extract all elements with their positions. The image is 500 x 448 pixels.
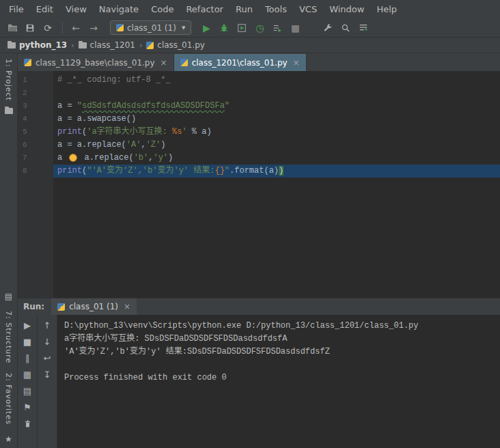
line-number: 5 — [18, 126, 53, 139]
forward-icon[interactable]: → — [85, 20, 102, 36]
menu-item-code[interactable]: Code — [145, 4, 180, 14]
console-line: 'A'变为'Z','b'变为'y' 结果:SDsDSFDaDSDSDFSFDSD… — [64, 346, 493, 359]
search-icon[interactable] — [337, 20, 354, 36]
breadcrumb-separator: › — [137, 41, 144, 50]
run-button[interactable]: ▶ — [198, 20, 214, 36]
menu-item-file[interactable]: File — [3, 4, 30, 14]
editor-tab[interactable]: class_1201\class_01.py× — [174, 54, 307, 71]
stop-button[interactable]: ■ — [20, 335, 34, 348]
code-text: print("'A'变为'Z','b'变为'y' 结果:{}".format(a… — [53, 165, 500, 178]
editor-tab[interactable]: class_1129_base\class_01.py× — [18, 54, 174, 71]
toolwindow-favorites-button[interactable]: 2: Favorites — [4, 373, 13, 425]
close-icon[interactable]: × — [124, 302, 130, 311]
code-text: a = a.swapcase() — [53, 113, 500, 126]
tab-label: class_1201\class_01.py — [192, 58, 288, 68]
code-editor[interactable]: 1# _*_ coding: utf-8 _*_23a = "sdSdsfdAd… — [18, 71, 500, 298]
code-text: a = "sdSdsfdAdsdsdfsfdsdASDSDFDSFa" — [53, 100, 500, 113]
restore-layout-button[interactable]: ▦ — [20, 367, 34, 381]
back-icon[interactable]: ← — [68, 20, 84, 36]
breadcrumb-item[interactable]: class_1201 — [77, 40, 137, 50]
code-line[interactable]: 7a a.replace('b','y') — [18, 152, 500, 165]
find-in-path-icon[interactable] — [355, 20, 372, 36]
code-text: a a.replace('b','y') — [53, 152, 500, 165]
code-line[interactable]: 2 — [18, 87, 500, 100]
open-folder-icon[interactable] — [4, 20, 20, 36]
pause-output-button[interactable]: ∥ — [20, 351, 34, 365]
python-file-icon — [24, 59, 31, 66]
debug-bug-button[interactable] — [216, 20, 232, 36]
pin-button[interactable]: ⚑ — [20, 400, 34, 414]
toolwindow-project-button[interactable]: 1: Project — [4, 59, 13, 101]
folder-icon — [8, 42, 16, 48]
settings-wrench-icon[interactable] — [320, 20, 336, 36]
down-stack-button[interactable]: ↓ — [40, 335, 54, 348]
run-anything-button[interactable] — [269, 20, 286, 36]
menu-item-refactor[interactable]: Refactor — [180, 4, 230, 14]
folder-icon — [79, 42, 87, 48]
code-text: a = a.replace('A','Z') — [53, 139, 500, 152]
code-text — [53, 87, 500, 100]
run-tab-label: class_01 (1) — [69, 302, 118, 311]
close-icon[interactable]: × — [293, 58, 300, 68]
soft-wrap-button[interactable]: ↩ — [40, 351, 54, 365]
stripe-bottom-group: ▤ 7: Structure 2: Favorites ★ — [4, 292, 13, 444]
menu-item-edit[interactable]: Edit — [30, 4, 59, 14]
structure-icon[interactable]: ▤ — [5, 292, 12, 301]
profiler-button[interactable]: ◷ — [251, 20, 268, 36]
python-file-icon — [180, 59, 188, 66]
menu-item-navigate[interactable]: Navigate — [93, 4, 145, 14]
breadcrumb-label: class_1201 — [90, 40, 135, 50]
line-number: 8 — [18, 165, 53, 178]
run-config-selector[interactable]: class_01 (1) ▼ — [110, 20, 191, 35]
breadcrumb-separator: › — [69, 41, 76, 50]
toolwindow-structure-button[interactable]: 7: Structure — [4, 311, 13, 363]
line-number: 2 — [18, 87, 53, 100]
save-all-icon[interactable] — [22, 20, 38, 36]
editor-tabbar: class_1129_base\class_01.py×class_1201\c… — [18, 53, 500, 71]
code-line[interactable]: 4a = a.swapcase() — [18, 113, 500, 126]
code-text: # _*_ coding: utf-8 _*_ — [53, 74, 500, 87]
up-stack-button[interactable]: ↑ — [40, 318, 54, 332]
run-label: Run: — [23, 302, 44, 311]
sync-icon[interactable]: ⟳ — [40, 20, 56, 36]
console-line: Process finished with exit code 0 — [64, 372, 493, 384]
code-line[interactable]: 3a = "sdSdsfdAdsdsdfsfdsdASDSDFDSFa" — [18, 100, 500, 113]
clear-trash-button[interactable] — [20, 417, 34, 430]
run-toolbar-right: ↑ ↓ ↩ ↧ — [38, 315, 57, 448]
console-output[interactable]: D:\python_13\venv\Scripts\python.exe D:/… — [57, 315, 500, 448]
favorites-star-icon[interactable]: ★ — [5, 434, 12, 444]
code-line[interactable]: 1# _*_ coding: utf-8 _*_ — [18, 74, 500, 87]
run-toolbar-left: ▶ ■ ∥ ▦ ▤ ⚑ — [18, 315, 38, 448]
project-icon[interactable] — [5, 108, 13, 114]
python-file-icon — [146, 42, 154, 49]
stop-button[interactable]: ■ — [287, 20, 303, 36]
menu-item-help[interactable]: Help — [370, 4, 403, 14]
coverage-button[interactable] — [234, 20, 250, 36]
close-icon[interactable]: × — [161, 58, 167, 68]
code-line[interactable]: 8print("'A'变为'Z','b'变为'y' 结果:{}".format(… — [18, 165, 500, 178]
breadcrumb: python_13›class_1201›class_01.py — [0, 38, 500, 53]
menu-item-vcs[interactable]: VCS — [293, 4, 323, 14]
print-button[interactable]: ▤ — [20, 384, 34, 397]
breadcrumb-label: class_01.py — [157, 40, 205, 50]
content-column: class_1129_base\class_01.py×class_1201\c… — [18, 53, 500, 448]
breadcrumb-item[interactable]: class_01.py — [144, 40, 207, 50]
python-file-icon — [116, 24, 124, 31]
line-number: 6 — [18, 139, 53, 152]
console-line: D:\python_13\venv\Scripts\python.exe D:/… — [64, 320, 493, 333]
rerun-button[interactable]: ▶ — [20, 318, 34, 332]
run-panel: Run: class_01 (1) × ▶ ■ ∥ ▦ ▤ ⚑ — [18, 298, 500, 448]
code-line[interactable]: 5print('a字符串大小写互换: %s' % a) — [18, 126, 500, 139]
menu-item-run[interactable]: Run — [230, 4, 259, 14]
scroll-to-end-button[interactable]: ↧ — [40, 367, 54, 381]
breadcrumb-label: python_13 — [19, 40, 67, 50]
run-tab[interactable]: class_01 (1) × — [51, 298, 137, 315]
menu-item-window[interactable]: Window — [323, 4, 370, 14]
run-config-label: class_01 (1) — [127, 23, 176, 33]
code-line[interactable]: 6a = a.replace('A','Z') — [18, 139, 500, 152]
console-line: a字符串大小写互换: SDsDSFDaDSDSDFSFDSDasdsdfdsfA — [64, 333, 493, 346]
menu-item-tools[interactable]: Tools — [259, 4, 293, 14]
menu-item-view[interactable]: View — [59, 4, 93, 14]
breadcrumb-item[interactable]: python_13 — [5, 40, 69, 50]
intention-bulb-icon[interactable] — [69, 154, 77, 162]
